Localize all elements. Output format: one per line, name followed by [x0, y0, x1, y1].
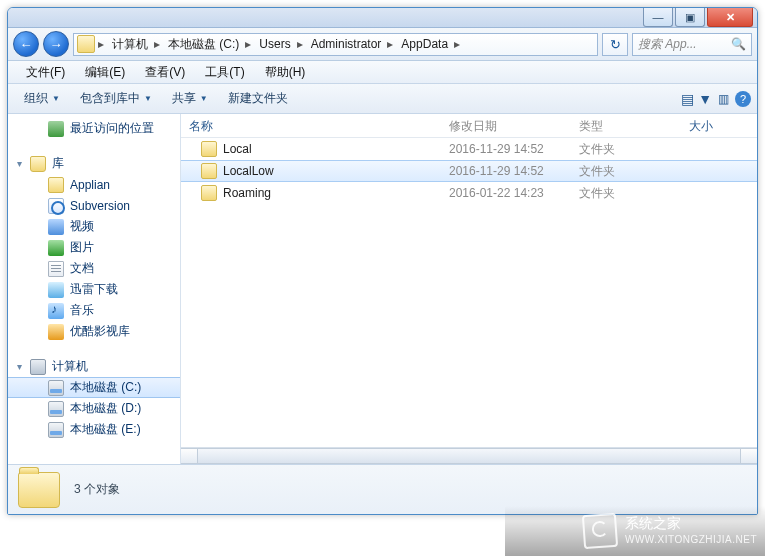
file-date: 2016-11-29 14:52 — [441, 138, 571, 160]
navigation-pane[interactable]: 最近访问的位置 ▾ 库 ApplianSubversion视频图片文档迅雷下载音… — [8, 114, 181, 464]
sidebar-item-recent[interactable]: 最近访问的位置 — [8, 118, 180, 139]
search-icon: 🔍 — [731, 37, 746, 51]
sidebar-item-label: 优酷影视库 — [70, 323, 130, 340]
refresh-button[interactable]: ↻ — [602, 33, 628, 56]
table-row[interactable]: Roaming2016-01-22 14:23文件夹 — [181, 182, 757, 204]
chevron-down-icon: ▼ — [200, 94, 208, 103]
sidebar-item-drive[interactable]: 本地磁盘 (E:) — [8, 419, 180, 440]
explorer-window: — ▣ ✕ ← → ▸ 计算机▸ 本地磁盘 (C:)▸ Users▸ Admin… — [7, 7, 758, 515]
menu-view[interactable]: 查看(V) — [135, 64, 195, 81]
col-name[interactable]: 名称 — [181, 114, 441, 137]
col-type[interactable]: 类型 — [571, 114, 681, 137]
include-button[interactable]: 包含到库中▼ — [70, 90, 162, 107]
menu-edit[interactable]: 编辑(E) — [75, 64, 135, 81]
newfolder-button[interactable]: 新建文件夹 — [218, 90, 298, 107]
close-button[interactable]: ✕ — [707, 8, 753, 27]
sidebar-item-drive[interactable]: 本地磁盘 (C:) — [8, 377, 180, 398]
file-size — [681, 167, 757, 175]
forward-button[interactable]: → — [43, 31, 69, 57]
watermark: 系统之家 WWW.XITONGZHIJIA.NET — [505, 506, 765, 556]
menu-file[interactable]: 文件(F) — [16, 64, 75, 81]
crumb-appdata[interactable]: AppData — [393, 34, 454, 55]
folder-icon — [77, 35, 95, 53]
minimize-button[interactable]: — — [643, 8, 673, 27]
view-mode-button[interactable]: ▤▼ — [681, 91, 712, 107]
table-row[interactable]: LocalLow2016-11-29 14:52文件夹 — [181, 160, 757, 182]
sidebar-item[interactable]: 图片 — [8, 237, 180, 258]
library-icon — [30, 156, 46, 172]
search-input[interactable]: 搜索 App... 🔍 — [632, 33, 752, 56]
folder-icon — [201, 163, 217, 179]
table-row[interactable]: Local2016-11-29 14:52文件夹 — [181, 138, 757, 160]
file-name: Local — [223, 142, 252, 156]
col-size[interactable]: 大小 — [681, 114, 757, 137]
sidebar-header-computer[interactable]: ▾ 计算机 — [8, 356, 180, 377]
sidebar-item[interactable]: Applian — [8, 174, 180, 195]
drive-icon — [48, 422, 64, 438]
crumb-computer[interactable]: 计算机 — [104, 34, 154, 55]
expand-icon[interactable]: ▾ — [14, 158, 24, 169]
file-date: 2016-11-29 14:52 — [441, 160, 571, 182]
crumb-administrator[interactable]: Administrator — [303, 34, 388, 55]
drive-icon — [48, 401, 64, 417]
chevron-right-icon[interactable]: ▸ — [454, 37, 460, 51]
nav-bar: ← → ▸ 计算机▸ 本地磁盘 (C:)▸ Users▸ Administrat… — [8, 28, 757, 61]
item-icon — [48, 261, 64, 277]
file-type: 文件夹 — [571, 181, 681, 206]
help-button[interactable]: ? — [735, 91, 751, 107]
sidebar-item-label: 计算机 — [52, 358, 88, 375]
crumb-drive-c[interactable]: 本地磁盘 (C:) — [160, 34, 245, 55]
sidebar-header-libraries[interactable]: ▾ 库 — [8, 153, 180, 174]
title-bar: — ▣ ✕ — [8, 8, 757, 28]
horizontal-scrollbar[interactable] — [181, 447, 757, 464]
expand-icon[interactable]: ▾ — [14, 361, 24, 372]
sidebar-item-label: 本地磁盘 (D:) — [70, 400, 141, 417]
maximize-button[interactable]: ▣ — [675, 8, 705, 27]
menu-tools[interactable]: 工具(T) — [195, 64, 254, 81]
item-icon — [48, 177, 64, 193]
file-name: LocalLow — [223, 164, 274, 178]
back-button[interactable]: ← — [13, 31, 39, 57]
toolbar: 组织▼ 包含到库中▼ 共享▼ 新建文件夹 ▤▼ ▥ ? — [8, 84, 757, 114]
sidebar-item-label: 视频 — [70, 218, 94, 235]
sidebar-item[interactable]: 优酷影视库 — [8, 321, 180, 342]
sidebar-item-label: 本地磁盘 (E:) — [70, 421, 141, 438]
sidebar-item[interactable]: Subversion — [8, 195, 180, 216]
menu-help[interactable]: 帮助(H) — [255, 64, 316, 81]
organize-button[interactable]: 组织▼ — [14, 90, 70, 107]
crumb-users[interactable]: Users — [251, 34, 296, 55]
file-rows[interactable]: Local2016-11-29 14:52文件夹LocalLow2016-11-… — [181, 138, 757, 447]
sidebar-item[interactable]: 迅雷下载 — [8, 279, 180, 300]
sidebar-item-label: 库 — [52, 155, 64, 172]
file-list: 名称 修改日期 类型 大小 Local2016-11-29 14:52文件夹Lo… — [181, 114, 757, 464]
watermark-url: WWW.XITONGZHIJIA.NET — [625, 534, 757, 545]
file-size — [681, 189, 757, 197]
col-date[interactable]: 修改日期 — [441, 114, 571, 137]
sidebar-item[interactable]: 文档 — [8, 258, 180, 279]
sidebar-item-label: 音乐 — [70, 302, 94, 319]
folder-icon — [201, 141, 217, 157]
menu-bar: 文件(F) 编辑(E) 查看(V) 工具(T) 帮助(H) — [8, 61, 757, 84]
item-icon — [48, 324, 64, 340]
sidebar-item-label: Subversion — [70, 199, 130, 213]
share-button[interactable]: 共享▼ — [162, 90, 218, 107]
sidebar-item[interactable]: 音乐 — [8, 300, 180, 321]
item-icon — [48, 282, 64, 298]
watermark-title: 系统之家 — [625, 516, 757, 531]
sidebar-item-label: 文档 — [70, 260, 94, 277]
breadcrumb[interactable]: ▸ 计算机▸ 本地磁盘 (C:)▸ Users▸ Administrator▸ … — [73, 33, 598, 56]
item-icon — [48, 303, 64, 319]
search-placeholder: 搜索 App... — [638, 36, 697, 53]
sidebar-item[interactable]: 视频 — [8, 216, 180, 237]
preview-pane-button[interactable]: ▥ — [718, 92, 729, 106]
chevron-down-icon: ▼ — [52, 94, 60, 103]
sidebar-item-label: 本地磁盘 (C:) — [70, 379, 141, 396]
sidebar-item-label: 迅雷下载 — [70, 281, 118, 298]
chevron-down-icon: ▼ — [144, 94, 152, 103]
folder-icon — [18, 472, 60, 508]
status-text: 3 个对象 — [74, 481, 120, 498]
computer-icon — [30, 359, 46, 375]
sidebar-item-drive[interactable]: 本地磁盘 (D:) — [8, 398, 180, 419]
sidebar-item-label: Applian — [70, 178, 110, 192]
item-icon — [48, 219, 64, 235]
